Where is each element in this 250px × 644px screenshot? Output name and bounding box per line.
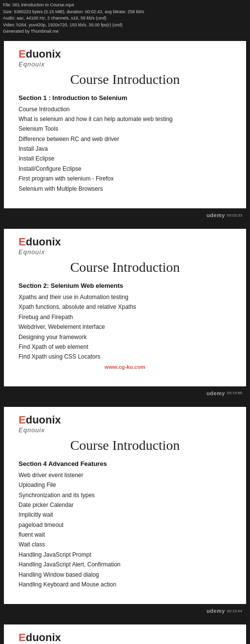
list-item: Difference between RC and web driver bbox=[19, 134, 231, 144]
file-info-line3: Audio: aac, 44100 Hz, 2 channels, s16, 5… bbox=[3, 15, 247, 22]
list-item: Firebug and Firepath bbox=[19, 312, 231, 322]
list-item: Selenium with Multiple Browsers bbox=[19, 184, 231, 194]
list-item: Xpaths and their use in Automation testi… bbox=[19, 292, 231, 302]
udemy-time-3: 00:15:44 bbox=[227, 609, 242, 613]
slide-2-title: Course Introduction bbox=[19, 260, 231, 275]
slides-container: Eduonix Eqnouix Course Introduction Sect… bbox=[0, 37, 250, 644]
slide-3-list: Web driver event listenerUploading FileS… bbox=[19, 470, 231, 590]
file-info-line2: Size: 5380223 bytes (5.15 MiB), duration… bbox=[3, 9, 247, 16]
list-item: Install Java bbox=[19, 144, 231, 154]
udemy-logo-3: udemy bbox=[207, 608, 225, 614]
slide-3: Eduonix Eqnouix Course Introduction Sect… bbox=[4, 407, 246, 604]
list-item: pageload timeout bbox=[19, 520, 231, 530]
logo-edu-4: Eduonix bbox=[19, 632, 231, 643]
list-item: Handling JavaScript Alert, Confirmation bbox=[19, 560, 231, 569]
slide-2-section: Section 2: Selenium Web elements bbox=[19, 282, 231, 289]
list-item: Install Eclipse bbox=[19, 154, 231, 163]
slide-1: Eduonix Eqnouix Course Introduction Sect… bbox=[4, 41, 246, 209]
list-item: Synchronization and its types bbox=[19, 490, 231, 500]
watermark-2: www.cg-ku.com bbox=[19, 362, 231, 372]
logo-edu-3: Eduonix bbox=[19, 415, 231, 425]
list-item: Implicitly wait bbox=[19, 510, 231, 520]
logo-1: Eduonix Eqnouix bbox=[19, 49, 231, 68]
slide-3-section: Section 4 Advanced Features bbox=[19, 460, 231, 467]
list-item: Date picker Calendar bbox=[19, 500, 231, 510]
logo-3: Eduonix Eqnouix bbox=[19, 415, 231, 434]
list-item: Uploading File bbox=[19, 480, 231, 490]
list-item: Handling JavaScript Prompt bbox=[19, 550, 231, 560]
file-info: File: 001 Introduction to Course.mp4 Siz… bbox=[0, 0, 250, 37]
udemy-time-2: 00:15:86 bbox=[227, 391, 242, 395]
list-item: Handling Keyboard and Mouse action bbox=[19, 580, 231, 589]
list-item: Find Xpath using CSS Locators bbox=[19, 352, 231, 362]
logo-2: Eduonix Eqnouix bbox=[19, 237, 231, 256]
udemy-logo-2: udemy bbox=[207, 390, 225, 396]
logo-sub-2: Eqnouix bbox=[19, 248, 231, 256]
list-item: Designing your framework bbox=[19, 332, 231, 342]
slide-2: Eduonix Eqnouix Course Introduction Sect… bbox=[4, 229, 246, 386]
logo-sub-3: Eqnouix bbox=[19, 426, 231, 434]
list-item: Install/Configure Eclipse bbox=[19, 164, 231, 174]
slide-3-title: Course Introduction bbox=[19, 438, 231, 453]
list-item: Selenium Tools bbox=[19, 124, 231, 134]
file-info-line1: File: 001 Introduction to Course.mp4 bbox=[3, 2, 247, 9]
slide-4: Eduonix Eqnouix Course Introduction Sect… bbox=[4, 624, 246, 644]
udemy-bar-2: udemy 00:15:86 bbox=[4, 386, 246, 400]
slide-1-list: Course IntroductionWhat is selenium and … bbox=[19, 104, 231, 194]
list-item: Handling Window based dialog bbox=[19, 570, 231, 580]
slide-2-list: Xpaths and their use in Automation testi… bbox=[19, 292, 231, 362]
list-item: Web driver event listener bbox=[19, 470, 231, 480]
udemy-bar-1: udemy 00:03:33 bbox=[4, 208, 246, 222]
list-item: Find Xpath of web element bbox=[19, 342, 231, 352]
logo-edu-2: Eduonix bbox=[19, 237, 231, 247]
logo-sub-1: Eqnouix bbox=[19, 60, 231, 68]
udemy-bar-3: udemy 00:15:44 bbox=[4, 604, 246, 618]
list-item: Webdriver, Webelement interface bbox=[19, 322, 231, 332]
file-info-line4: Video: h264, yuv420p, 1920x720, 193 kb/s… bbox=[3, 22, 247, 29]
list-item: What is selenium and how it can help aut… bbox=[19, 114, 231, 124]
slide-1-section: Section 1 : Introduction to Selenium bbox=[19, 94, 231, 101]
list-item: First program with selenium - Firefox bbox=[19, 174, 231, 183]
list-item: Xpath functions, absolute and relative X… bbox=[19, 302, 231, 312]
udemy-time-1: 00:03:33 bbox=[227, 213, 242, 218]
logo-edu-1: Eduonix bbox=[19, 49, 231, 60]
list-item: fluent wait bbox=[19, 530, 231, 540]
udemy-logo-1: udemy bbox=[207, 212, 225, 218]
file-info-line5: Generated by Thumbnail.me bbox=[3, 28, 247, 35]
slide-1-title: Course Introduction bbox=[19, 72, 231, 87]
logo-4: Eduonix Eqnouix bbox=[19, 632, 231, 644]
list-item: Wait class bbox=[19, 540, 231, 549]
list-item: Course Introduction bbox=[19, 104, 231, 114]
